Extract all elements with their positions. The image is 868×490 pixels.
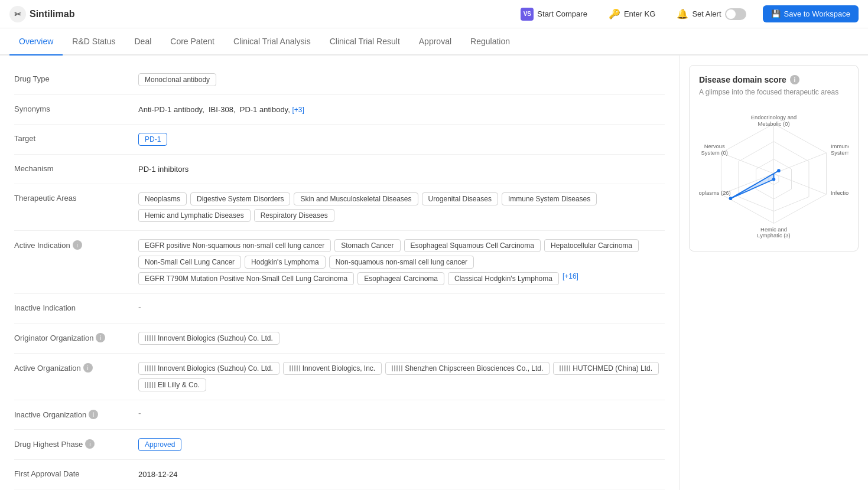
svg-text:Nervous: Nervous [704,143,725,149]
inactive-org-info-icon[interactable]: i [89,410,98,419]
active-org-hutchmed[interactable]: HUTCHMED (China) Ltd. [553,362,659,375]
svg-text:Immune: Immune [831,143,849,149]
top-bar-actions: VS Start Compare 🔑 Enter KG 🔔 Set Alert … [516,5,859,23]
synonyms-label: Synonyms [14,103,138,113]
therapeutic-areas-value: Neoplasms Digestive System Disorders Ski… [138,192,665,222]
ind-non-squamous[interactable]: Non-squamous non-small cell lung cancer [329,256,474,269]
ta-urogenital[interactable]: Urogenital Diseases [422,192,498,205]
drug-phase-info-icon[interactable]: i [85,439,95,449]
save-to-workspace-button[interactable]: 💾 Save to Workspace [763,5,859,22]
originator-org-info-icon[interactable]: i [96,333,105,342]
ind-classical-hodgkins[interactable]: Classical Hodgkin's Lymphoma [448,272,559,285]
svg-text:Metabolic (0): Metabolic (0) [758,121,789,127]
drug-type-label: Drug Type [14,73,138,83]
first-approval-date-row: First Approval Date 2018-12-24 [14,460,665,489]
drug-type-tag[interactable]: Monoclonal antibody [138,73,216,86]
active-org-chipscreen[interactable]: Shenzhen Chipscreen Biosciences Co., Ltd… [385,362,550,375]
tab-clinical-trial-result[interactable]: Clinical Trial Result [320,28,409,55]
svg-text:Infectious (0): Infectious (0) [831,190,849,196]
compare-icon: VS [521,8,534,21]
synonyms-text: Anti-PD-1 antibody, IBI-308, PD-1 antibo… [138,103,304,114]
target-value: PD-1 [138,133,665,146]
inactive-org-dash: - [138,409,141,418]
drug-logo: ✂ Sintilimab [9,6,74,22]
alert-icon: 🔔 [677,8,688,19]
target-label: Target [14,133,138,143]
active-indication-label: Active Indication i [14,239,138,250]
right-panel: Disease domain score i A glimpse into th… [679,55,868,490]
mechanism-row: Mechanism PD-1 inhibitors [14,155,665,184]
ind-esophageal-squamous[interactable]: Esophageal Squamous Cell Carcinoma [404,239,541,252]
tab-regulation[interactable]: Regulation [461,28,519,55]
synonyms-row: Synonyms Anti-PD-1 antibody, IBI-308, PD… [14,95,665,125]
tab-core-patent[interactable]: Core Patent [161,28,224,55]
active-indication-info-icon[interactable]: i [73,240,82,250]
radar-chart: Endocrinology and Metabolic (0) Immune S… [699,106,849,241]
tab-approval[interactable]: Approval [409,28,461,55]
ind-esophageal-carcinoma[interactable]: Esophageal Carcinoma [357,272,444,285]
ta-neoplasms[interactable]: Neoplasms [138,192,187,205]
org-logo-2 [290,365,300,371]
org-logo-icon [145,335,155,341]
active-org-row: Active Organization i Innovent Biologics… [14,354,665,400]
svg-point-12 [772,178,776,181]
top-bar: ✂ Sintilimab VS Start Compare 🔑 Enter KG… [0,0,868,28]
mechanism-text: PD-1 inhibitors [138,163,188,174]
tab-rd-status[interactable]: R&D Status [63,28,125,55]
svg-line-9 [721,153,773,174]
active-org-label: Active Organization i [14,362,138,373]
active-org-value: Innovent Biologics (Suzhou) Co. Ltd. Inn… [138,362,665,391]
save-icon: 💾 [771,9,781,18]
approved-badge[interactable]: Approved [138,438,181,451]
ta-hemic[interactable]: Hemic and Lymphatic Diseases [138,209,251,222]
svg-text:Lymphatic (3): Lymphatic (3) [757,233,790,239]
active-org-info-icon[interactable]: i [83,363,93,373]
ind-egfr-positive[interactable]: EGFR positive Non-squamous non-small cel… [138,239,331,252]
enter-kg-button[interactable]: 🔑 Enter KG [604,6,660,22]
ind-hodgkins[interactable]: Hodgkin's Lymphoma [245,256,326,269]
therapeutic-areas-row: Therapeutic Areas Neoplasms Digestive Sy… [14,184,665,231]
originator-org-value: Innovent Biologics (Suzhou) Co. Ltd. [138,332,665,345]
tab-deal[interactable]: Deal [125,28,161,55]
inactive-org-row: Inactive Organization i - [14,400,665,430]
org-logo-1 [145,365,155,371]
svg-text:Neoplasms (26): Neoplasms (26) [699,190,731,196]
target-row: Target PD-1 [14,125,665,155]
drug-phase-row: Drug Highest Phase i Approved [14,430,665,460]
inactive-indication-row: Inactive Indication - [14,294,665,324]
ind-stomach-cancer[interactable]: Stomach Cancer [334,239,400,252]
score-info-icon[interactable]: i [790,75,799,84]
ta-skin[interactable]: Skin and Musculoskeletal Diseases [294,192,418,205]
ta-respiratory[interactable]: Respiratory Diseases [254,209,334,222]
org-logo-3 [392,365,402,371]
active-org-innovent-suzhou[interactable]: Innovent Biologics (Suzhou) Co. Ltd. [138,362,279,375]
main-content: Drug Type Monoclonal antibody Synonyms A… [0,55,868,490]
set-alert-button[interactable]: 🔔 Set Alert [672,6,750,22]
indications-more[interactable]: [+16] [563,272,578,280]
score-card-subtitle: A glimpse into the focused therapeutic a… [699,88,849,96]
ind-egfr-t790m[interactable]: EGFR T790M Mutation Positive Non-Small C… [138,272,354,285]
left-panel: Drug Type Monoclonal antibody Synonyms A… [0,55,679,490]
tab-clinical-trial-analysis[interactable]: Clinical Trial Analysis [224,28,320,55]
first-approval-date-label: First Approval Date [14,468,138,478]
svg-line-5 [774,153,827,174]
ind-hepatocellular[interactable]: Hepatocellular Carcinoma [544,239,639,252]
active-org-lilly[interactable]: Eli Lilly & Co. [138,378,206,391]
ta-digestive[interactable]: Digestive System Disorders [190,192,290,205]
ind-non-small-cell[interactable]: Non-Small Cell Lung Cancer [138,256,241,269]
svg-text:Endocrinology and: Endocrinology and [751,115,797,120]
start-compare-button[interactable]: VS Start Compare [516,5,592,23]
synonyms-more[interactable]: [+3] [292,106,304,114]
svg-text:System (3): System (3) [831,150,849,156]
drug-type-value: Monoclonal antibody [138,73,665,86]
target-tag[interactable]: PD-1 [138,133,167,146]
originator-org-tag[interactable]: Innovent Biologics (Suzhou) Co. Ltd. [138,332,279,345]
active-indication-value: EGFR positive Non-squamous non-small cel… [138,239,665,285]
svg-marker-10 [731,171,779,198]
tab-overview[interactable]: Overview [9,28,63,55]
active-org-innovent-inc[interactable]: Innovent Biologics, Inc. [283,362,382,375]
originator-org-label: Originator Organization i [14,332,138,342]
ta-immune[interactable]: Immune System Diseases [502,192,597,205]
score-card-title: Disease domain score i [699,75,849,84]
alert-toggle[interactable] [725,8,746,20]
